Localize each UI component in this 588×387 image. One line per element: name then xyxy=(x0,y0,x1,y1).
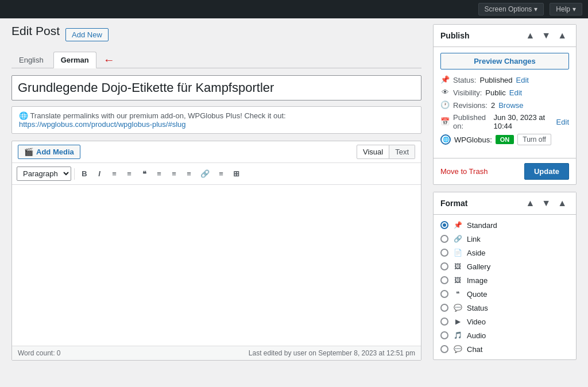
revisions-value: 2 xyxy=(491,101,495,110)
tab-english[interactable]: English xyxy=(11,52,51,68)
revisions-row: 🕐 Revisions: 2 Browse xyxy=(440,100,569,110)
format-label-audio: Audio xyxy=(467,331,486,340)
publish-box: Publish ▲ ▼ ▲ Preview Changes 📌 Status: … xyxy=(433,24,577,185)
tab-german[interactable]: German xyxy=(53,52,96,68)
format-option-audio[interactable]: 🎵 Audio xyxy=(440,331,569,340)
format-box-collapse-down[interactable]: ▼ xyxy=(539,197,553,210)
published-icon: 📅 xyxy=(440,117,450,126)
media-icon: 🎬 xyxy=(24,148,33,156)
move-to-trash-link[interactable]: Move to Trash xyxy=(440,167,488,176)
editor-body[interactable] xyxy=(12,185,421,346)
format-icon-standard: 📌 xyxy=(453,220,462,230)
status-row: 📌 Status: Published Edit xyxy=(440,75,569,84)
preview-changes-button[interactable]: Preview Changes xyxy=(440,53,569,69)
format-radio-aside[interactable] xyxy=(440,249,448,257)
blockquote-button[interactable]: ❝ xyxy=(137,167,151,180)
word-count: Word count: 0 xyxy=(18,349,60,357)
revisions-label: Revisions: xyxy=(453,101,488,110)
align-right-button[interactable]: ≡ xyxy=(182,167,196,180)
publish-box-controls: ▲ ▼ ▲ xyxy=(523,29,569,42)
format-radio-audio[interactable] xyxy=(440,331,448,339)
paragraph-select[interactable]: Paragraph xyxy=(17,167,71,181)
format-option-link[interactable]: 🔗 Link xyxy=(440,234,569,243)
visibility-label: Visibility: xyxy=(453,88,482,97)
fullscreen-button[interactable]: ⊞ xyxy=(229,167,243,180)
format-label-quote: Quote xyxy=(467,290,487,299)
format-label-aside: Aside xyxy=(467,249,486,257)
format-option-chat[interactable]: 💬 Chat xyxy=(440,345,569,354)
publish-box-collapse-up[interactable]: ▲ xyxy=(523,29,537,42)
format-radio-status[interactable] xyxy=(440,304,448,312)
visibility-value: Public xyxy=(485,88,505,97)
format-label-image: Image xyxy=(467,276,488,285)
align-center-button[interactable]: ≡ xyxy=(167,167,181,180)
publish-box-collapse-down[interactable]: ▼ xyxy=(539,29,553,42)
ordered-list-button[interactable]: ≡ xyxy=(122,167,136,180)
language-arrow-indicator: ← xyxy=(103,53,115,67)
status-edit-link[interactable]: Edit xyxy=(516,76,529,84)
bold-button[interactable]: B xyxy=(78,167,91,180)
post-title-input[interactable] xyxy=(11,75,421,100)
page-title: Edit Post xyxy=(11,24,60,38)
wpglobus-label: WPGlobus: xyxy=(454,136,492,144)
last-edited: Last edited by user on September 8, 2023… xyxy=(249,349,415,357)
wpglobus-icon: 🌐 xyxy=(440,134,451,145)
format-icon-gallery: 🖼 xyxy=(453,262,462,271)
top-bar: Screen Options ▾ Help ▾ xyxy=(0,0,588,18)
format-option-image[interactable]: 🖼 Image xyxy=(440,276,569,285)
format-radio-chat[interactable] xyxy=(440,345,448,353)
format-option-video[interactable]: ▶ Video xyxy=(440,317,569,326)
align-left-button[interactable]: ≡ xyxy=(152,167,166,180)
format-option-status[interactable]: 💬 Status xyxy=(440,303,569,312)
tab-text[interactable]: Text xyxy=(389,145,415,159)
revisions-browse-link[interactable]: Browse xyxy=(498,101,523,110)
format-radio-gallery[interactable] xyxy=(440,262,448,270)
format-box-header: Format ▲ ▼ ▲ xyxy=(434,192,576,215)
wpglobus-turn-off-button[interactable]: Turn off xyxy=(517,134,551,145)
help-button[interactable]: Help ▾ xyxy=(550,3,582,16)
sidebar: Publish ▲ ▼ ▲ Preview Changes 📌 Status: … xyxy=(433,24,577,376)
format-radio-image[interactable] xyxy=(440,276,448,284)
format-radio-quote[interactable] xyxy=(440,290,448,298)
format-radio-standard[interactable] xyxy=(440,221,448,229)
format-box: Format ▲ ▼ ▲ 📌 Standard 🔗 Link 📄 Aside xyxy=(433,192,577,360)
permalink-link[interactable]: https://wpglobus.com/product/wpglobus-pl… xyxy=(19,120,186,129)
publish-box-close[interactable]: ▲ xyxy=(555,29,569,42)
format-icon-chat: 💬 xyxy=(453,345,462,354)
add-media-button[interactable]: 🎬 Add Media xyxy=(18,145,80,159)
link-button[interactable]: 🔗 xyxy=(197,167,213,180)
help-chevron-icon: ▾ xyxy=(572,5,576,13)
format-option-aside[interactable]: 📄 Aside xyxy=(440,248,569,257)
published-row: 📅 Published on: Jun 30, 2023 at 10:44 Ed… xyxy=(440,113,569,130)
format-box-collapse-up[interactable]: ▲ xyxy=(523,197,537,210)
main-column: Edit Post Add New English German ← 🌐 Tra… xyxy=(11,24,421,376)
visibility-icon: 👁 xyxy=(440,88,450,97)
format-radio-link[interactable] xyxy=(440,235,448,243)
screen-options-button[interactable]: Screen Options ▾ xyxy=(478,3,544,16)
add-media-label: Add Media xyxy=(36,148,74,156)
status-value: Published xyxy=(479,76,512,84)
unordered-list-button[interactable]: ≡ xyxy=(107,167,121,180)
format-option-standard[interactable]: 📌 Standard xyxy=(440,220,569,230)
update-button[interactable]: Update xyxy=(524,163,569,180)
add-new-button[interactable]: Add New xyxy=(65,28,109,41)
screen-options-label: Screen Options xyxy=(485,5,532,13)
format-icon-quote: ❝ xyxy=(453,289,462,299)
format-label-gallery: Gallery xyxy=(467,262,490,271)
format-radio-video[interactable] xyxy=(440,318,448,326)
format-option-quote[interactable]: ❝ Quote xyxy=(440,289,569,299)
toolbar-sep-1 xyxy=(74,168,75,180)
format-label-chat: Chat xyxy=(467,345,482,354)
tab-visual[interactable]: Visual xyxy=(357,145,389,159)
more-button[interactable]: ≡ xyxy=(214,167,228,180)
format-box-close[interactable]: ▲ xyxy=(555,197,569,210)
format-box-title: Format xyxy=(440,199,467,208)
published-edit-link[interactable]: Edit xyxy=(556,118,569,126)
format-option-gallery[interactable]: 🖼 Gallery xyxy=(440,262,569,271)
visibility-edit-link[interactable]: Edit xyxy=(509,88,522,97)
italic-button[interactable]: I xyxy=(92,167,106,180)
format-toolbar: Paragraph B I ≡ ≡ ❝ ≡ ≡ ≡ 🔗 ≡ ⊞ xyxy=(12,163,421,185)
editor-wrapper: 🎬 Add Media Visual Text Paragraph B I xyxy=(11,141,421,361)
publish-box-header: Publish ▲ ▼ ▲ xyxy=(434,25,576,47)
permalink-notice: 🌐 Translate permalinks with our premium … xyxy=(11,106,421,134)
